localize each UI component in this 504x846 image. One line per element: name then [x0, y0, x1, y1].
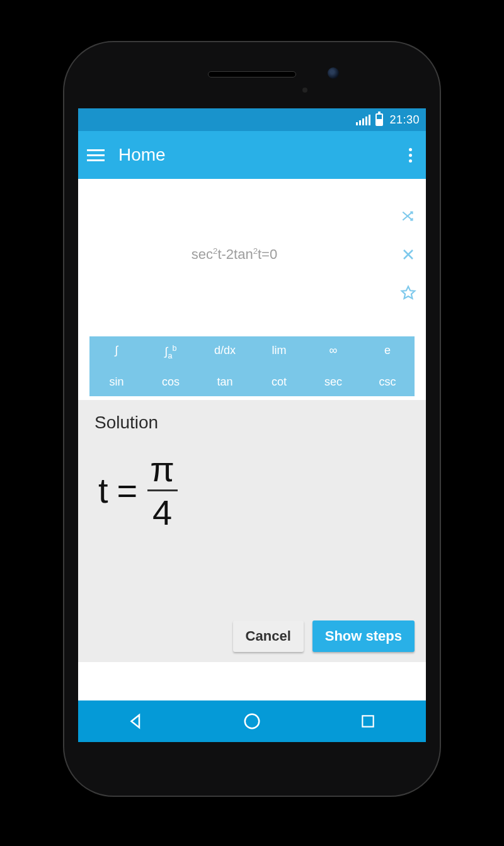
key-cos[interactable]: cos — [144, 368, 198, 396]
show-steps-button[interactable]: Show steps — [312, 620, 415, 652]
shuffle-icon[interactable] — [400, 208, 416, 224]
signal-icon — [356, 114, 370, 125]
battery-icon — [375, 113, 383, 126]
key-derivative[interactable]: d/dx — [198, 336, 252, 368]
solution-fraction: π 4 — [146, 452, 178, 530]
phone-speaker — [208, 71, 296, 77]
keypad: ∫ ∫ab d/dx lim ∞ e sin cos tan cot sec c… — [78, 330, 426, 400]
solution-title: Solution — [94, 413, 415, 433]
overflow-menu-icon[interactable] — [404, 143, 417, 168]
status-bar: 21:30 — [78, 108, 426, 131]
solution-actions: Cancel Show steps — [94, 620, 415, 652]
keypad-grid: ∫ ∫ab d/dx lim ∞ e sin cos tan cot sec c… — [89, 336, 415, 396]
phone-camera — [328, 67, 339, 79]
screen: 21:30 Home sec2t-2tan2t=0 — [78, 108, 426, 742]
key-cot[interactable]: cot — [252, 368, 306, 396]
solution-panel: Solution t = π 4 Cancel Show steps — [78, 400, 426, 662]
app-bar: Home — [78, 131, 426, 179]
device-frame: 21:30 Home sec2t-2tan2t=0 — [63, 41, 441, 797]
key-e[interactable]: e — [360, 336, 415, 368]
equation-display[interactable]: sec2t-2tan2t=0 — [78, 179, 391, 330]
keypad-row-2: sin cos tan cot sec csc — [89, 368, 415, 396]
back-button[interactable] — [117, 702, 155, 740]
input-side-actions — [391, 179, 426, 330]
phone-sensor — [302, 88, 307, 93]
key-infinity[interactable]: ∞ — [306, 336, 360, 368]
solution-eq: = — [117, 473, 138, 508]
keypad-row-1: ∫ ∫ab d/dx lim ∞ e — [89, 336, 415, 368]
key-integral[interactable]: ∫ — [89, 336, 144, 368]
equation-input-area: sec2t-2tan2t=0 — [78, 179, 426, 330]
nav-bar — [78, 700, 426, 742]
menu-icon[interactable] — [87, 149, 105, 161]
key-sec[interactable]: sec — [306, 368, 360, 396]
key-csc[interactable]: csc — [360, 368, 415, 396]
svg-rect-1 — [362, 716, 373, 726]
status-clock: 21:30 — [389, 113, 420, 127]
key-definite-integral[interactable]: ∫ab — [144, 336, 198, 368]
page-title: Home — [118, 145, 390, 165]
star-icon[interactable] — [400, 285, 416, 301]
solution-numerator: π — [146, 452, 178, 489]
key-tan[interactable]: tan — [198, 368, 252, 396]
close-icon[interactable] — [401, 247, 416, 262]
cancel-button[interactable]: Cancel — [233, 620, 304, 652]
key-limit[interactable]: lim — [252, 336, 306, 368]
solution-formula: t = π 4 — [98, 452, 415, 530]
home-button[interactable] — [233, 702, 271, 740]
recents-button[interactable] — [349, 702, 387, 740]
solution-lhs: t — [98, 473, 108, 508]
svg-point-0 — [245, 714, 260, 729]
equation-text: sec2t-2tan2t=0 — [192, 246, 277, 263]
key-sin[interactable]: sin — [89, 368, 144, 396]
solution-denominator: 4 — [152, 491, 172, 530]
